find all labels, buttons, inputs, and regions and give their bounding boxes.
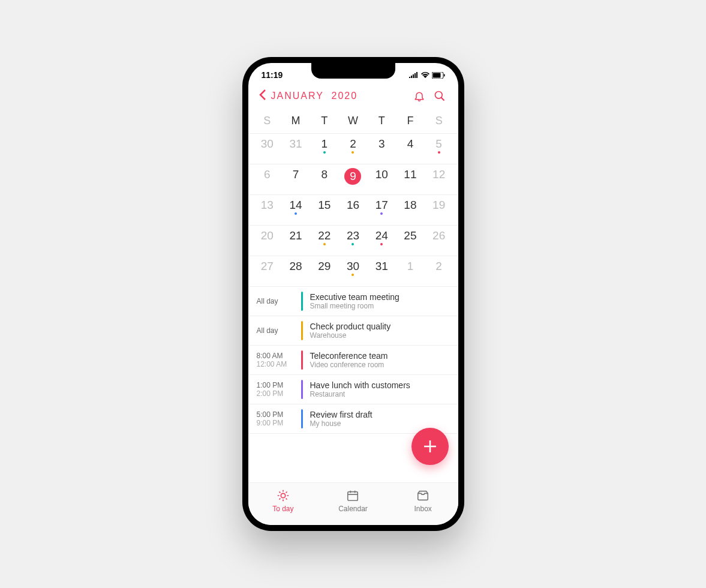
month-label[interactable]: JANUARY 2020 — [271, 91, 358, 101]
day-cell[interactable]: 19 — [425, 199, 453, 221]
event-dot — [352, 274, 354, 276]
event-row[interactable]: 1:00 PM2:00 PMHave lunch with customersR… — [248, 375, 458, 404]
weekday-header: SMTWTFS — [248, 111, 458, 134]
day-cell[interactable]: 27 — [253, 260, 282, 283]
day-cell[interactable]: 1 — [396, 260, 425, 283]
status-time: 11:19 — [262, 70, 283, 80]
day-number: 21 — [289, 229, 302, 242]
event-time: All day — [257, 326, 301, 335]
notifications-button[interactable] — [411, 88, 427, 104]
day-number: 24 — [375, 229, 388, 242]
day-cell[interactable]: 25 — [396, 229, 425, 252]
weekday-label: T — [310, 115, 339, 127]
svg-rect-1 — [432, 73, 440, 77]
day-number: 22 — [318, 229, 331, 242]
bell-icon — [413, 90, 425, 102]
svg-line-4 — [441, 98, 444, 101]
svg-point-5 — [281, 493, 285, 497]
weekday-label: F — [396, 115, 425, 127]
day-cell[interactable]: 16 — [339, 199, 368, 221]
day-cell[interactable]: 30 — [339, 260, 368, 283]
day-cell[interactable]: 31 — [367, 260, 396, 283]
event-color-bar — [301, 409, 303, 428]
event-row[interactable]: All dayExecutive team meetingSmall meeti… — [248, 287, 458, 316]
day-cell[interactable]: 13 — [253, 199, 282, 221]
tab-calendar[interactable]: Calendar — [318, 489, 388, 513]
day-cell[interactable]: 18 — [396, 199, 425, 221]
day-number: 15 — [318, 199, 331, 212]
tab-to-day[interactable]: To day — [248, 489, 319, 513]
day-number: 3 — [378, 137, 385, 151]
day-cell[interactable]: 12 — [425, 168, 453, 191]
day-cell[interactable]: 4 — [396, 137, 425, 160]
calendar-row: 13141516171819 — [248, 195, 458, 226]
day-number: 1 — [407, 260, 414, 273]
inbox-icon — [416, 489, 429, 502]
day-number: 2 — [350, 137, 356, 151]
month-text: JANUARY — [271, 91, 324, 101]
day-cell[interactable]: 11 — [396, 168, 425, 191]
day-number: 6 — [264, 168, 271, 181]
search-button[interactable] — [432, 88, 447, 104]
day-number: 13 — [261, 199, 274, 212]
day-number: 27 — [261, 260, 274, 273]
day-cell[interactable]: 10 — [367, 168, 396, 191]
day-cell[interactable]: 24 — [367, 229, 396, 252]
event-time: 8:00 AM12:00 AM — [257, 352, 301, 368]
event-title: Have lunch with customers — [310, 380, 450, 390]
day-number: 31 — [375, 260, 388, 273]
day-cell[interactable]: 2 — [425, 260, 453, 283]
event-row[interactable]: All dayCheck product qualityWarehouse — [248, 316, 458, 346]
tab-inbox[interactable]: Inbox — [388, 489, 458, 513]
svg-line-12 — [279, 499, 280, 500]
tab-label: Calendar — [338, 505, 368, 513]
back-button[interactable] — [259, 88, 266, 104]
day-cell[interactable]: 22 — [310, 229, 339, 252]
day-cell[interactable]: 30 — [253, 137, 282, 160]
day-number: 2 — [435, 260, 442, 273]
day-cell[interactable]: 15 — [310, 199, 339, 221]
day-number: 4 — [407, 137, 414, 151]
day-cell[interactable]: 1 — [310, 137, 339, 160]
day-cell[interactable]: 31 — [281, 137, 310, 160]
day-number: 28 — [289, 260, 302, 273]
event-dot — [352, 243, 354, 245]
phone-frame: 11:19 JANUARY 2020 SMTWTFS 3031123 — [242, 57, 464, 531]
day-number: 9 — [344, 168, 361, 185]
day-cell[interactable]: 7 — [281, 168, 310, 191]
calendar-row: 272829303112 — [248, 256, 458, 287]
day-cell[interactable]: 26 — [425, 229, 453, 252]
battery-icon — [432, 72, 445, 79]
event-dot — [438, 151, 440, 154]
day-cell[interactable]: 9 — [339, 168, 368, 191]
day-cell[interactable]: 8 — [310, 168, 339, 191]
svg-point-3 — [435, 92, 442, 99]
day-number: 11 — [404, 168, 416, 181]
day-cell[interactable]: 2 — [339, 137, 368, 160]
event-content: Executive team meetingSmall meeting room — [310, 292, 450, 310]
event-title: Check product quality — [310, 322, 450, 331]
day-cell[interactable]: 14 — [281, 199, 310, 221]
add-event-button[interactable] — [411, 428, 449, 465]
event-row[interactable]: 8:00 AM12:00 AMTeleconference teamVideo … — [248, 346, 458, 375]
svg-rect-14 — [348, 492, 358, 501]
day-cell[interactable]: 23 — [339, 229, 368, 252]
event-content: Have lunch with customersRestaurant — [310, 380, 450, 398]
day-cell[interactable]: 5 — [425, 137, 453, 160]
day-cell[interactable]: 28 — [281, 260, 310, 283]
day-number: 8 — [321, 168, 328, 181]
event-content: Teleconference teamVideo conference room — [310, 351, 450, 369]
day-cell[interactable]: 29 — [310, 260, 339, 283]
day-cell[interactable]: 17 — [367, 199, 396, 221]
day-cell[interactable]: 3 — [367, 137, 396, 160]
day-cell[interactable]: 6 — [253, 168, 282, 191]
year-text: 2020 — [332, 91, 358, 101]
day-number: 30 — [347, 260, 359, 273]
day-cell[interactable]: 21 — [281, 229, 310, 252]
calendar-row: 20212223242526 — [248, 226, 458, 256]
day-cell[interactable]: 20 — [253, 229, 282, 252]
svg-rect-2 — [444, 74, 445, 76]
weekday-label: T — [367, 115, 396, 127]
svg-line-10 — [279, 491, 280, 493]
event-dot — [323, 243, 326, 245]
